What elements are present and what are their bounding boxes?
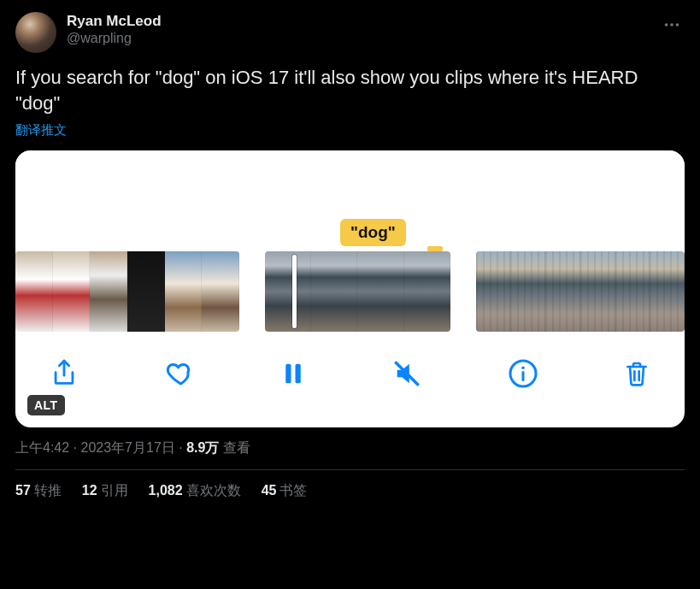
clip-group-2[interactable] <box>265 251 450 332</box>
tweet-time[interactable]: 上午4:42 <box>15 440 69 455</box>
retweets-stat[interactable]: 57转推 <box>15 482 62 500</box>
thumbnail <box>615 251 650 332</box>
pause-icon <box>280 359 306 388</box>
thumbnail <box>15 251 53 332</box>
pause-button[interactable] <box>280 359 306 388</box>
thumbnail <box>127 251 165 332</box>
share-icon <box>50 357 79 390</box>
thumbnail <box>545 251 580 332</box>
alt-badge[interactable]: ALT <box>27 395 65 415</box>
thumbnail <box>476 251 511 332</box>
media-toolbar <box>15 332 685 427</box>
views-count: 8.9万 <box>186 440 219 455</box>
thumbnail <box>90 251 127 332</box>
svg-point-8 <box>521 367 525 370</box>
thumbnail <box>357 251 403 332</box>
svg-point-2 <box>676 23 679 27</box>
thumbnail <box>650 251 685 332</box>
tweet-meta: 上午4:42 · 2023年7月17日 · 8.9万 查看 <box>15 439 685 457</box>
tweet: Ryan McLeod @warpling If you search for … <box>0 0 700 512</box>
search-term-tag: "dog" <box>340 219 406 246</box>
likes-stat[interactable]: 1,082喜欢次数 <box>149 482 241 500</box>
svg-point-0 <box>665 23 668 27</box>
tweet-text: If you search for "dog" on iOS 17 it'll … <box>15 65 685 115</box>
bookmarks-stat[interactable]: 45书签 <box>262 482 308 500</box>
playhead[interactable] <box>292 255 297 328</box>
thumbnail <box>165 251 203 332</box>
mute-button[interactable] <box>391 359 423 388</box>
share-button[interactable] <box>50 357 79 390</box>
favorite-button[interactable] <box>163 358 196 389</box>
more-button[interactable] <box>659 12 685 38</box>
tweet-header: Ryan McLeod @warpling <box>15 12 685 53</box>
tweet-date[interactable]: 2023年7月17日 <box>80 440 174 455</box>
svg-rect-3 <box>285 364 291 384</box>
thumbnail <box>311 251 357 332</box>
thumbnail <box>265 251 311 332</box>
delete-button[interactable] <box>623 358 650 389</box>
more-icon <box>662 15 681 34</box>
tweet-stats: 57转推 12引用 1,082喜欢次数 45书签 <box>15 482 685 500</box>
media-card[interactable]: "dog" <box>15 150 685 427</box>
thumbnail <box>202 251 239 332</box>
thumbnail <box>580 251 615 332</box>
clip-group-3[interactable] <box>476 251 685 332</box>
info-button[interactable] <box>508 358 538 389</box>
thumbnail <box>404 251 450 332</box>
avatar[interactable] <box>15 12 56 53</box>
thumbnail <box>53 251 91 332</box>
clip-group-1[interactable] <box>15 251 239 332</box>
divider <box>15 469 685 470</box>
translate-link[interactable]: 翻译推文 <box>15 122 685 138</box>
video-strip <box>15 251 685 332</box>
svg-point-1 <box>670 23 674 27</box>
info-icon <box>508 358 538 389</box>
speaker-muted-icon <box>391 359 423 388</box>
views-label: 查看 <box>219 440 250 455</box>
svg-rect-4 <box>296 364 301 384</box>
heart-icon <box>163 358 196 389</box>
trash-icon <box>623 358 650 389</box>
media-top-area: "dog" <box>15 150 685 251</box>
author-names[interactable]: Ryan McLeod @warpling <box>67 12 162 47</box>
author-display-name: Ryan McLeod <box>67 12 162 30</box>
thumbnail <box>510 251 545 332</box>
author-handle: @warpling <box>67 30 162 47</box>
quotes-stat[interactable]: 12引用 <box>82 482 128 500</box>
